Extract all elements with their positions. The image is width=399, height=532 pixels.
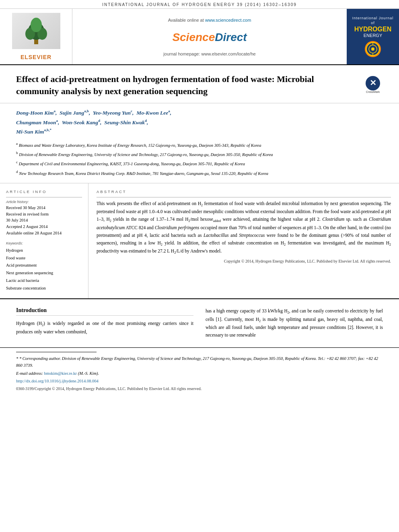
keyword-acid-pretreatment: Acid pretreatment — [6, 262, 82, 269]
journal-energy-text: ENERGY — [364, 33, 382, 38]
revised-date: Received in revised form30 July 2014 — [6, 211, 82, 224]
divider-2 — [97, 197, 391, 197]
author-sujin-jang: Sujin Jang — [60, 110, 84, 116]
affiliations: a Biomass and Waste Energy Laboratory, K… — [16, 141, 383, 177]
journal-logo-title-line1: International Journal of — [351, 16, 395, 25]
divider-1 — [6, 197, 82, 197]
affiliation-b: b Division of Renewable Energy Engineeri… — [16, 150, 383, 158]
elsevier-logo-area: ELSEVIER — [0, 9, 72, 64]
author-mi-sun-kim: Mi-Sun Kim — [16, 129, 44, 135]
affiliation-a: a Biomass and Waste Energy Laboratory, K… — [16, 141, 383, 149]
svg-text:CrossMark: CrossMark — [366, 90, 380, 93]
doi-link: http://dx.doi.org/10.1016/j.ijhydene.201… — [16, 378, 383, 385]
crossmark-svg: ✕ CrossMark — [363, 75, 383, 95]
footnote-divider — [16, 352, 97, 352]
svg-point-4 — [31, 18, 42, 32]
sciencedirect-logo: ScienceDirect — [172, 31, 247, 44]
keyword-next-gen-sequencing: Next generation sequencing — [6, 269, 82, 277]
author-dong-hoon-kim: Dong-Hoon Kim — [16, 110, 53, 116]
author-seung-shin-kwak: Seung-Shin Kwak — [104, 119, 145, 125]
introduction-section: Introduction Hydrogen (H2) is widely reg… — [0, 299, 399, 347]
email-note: E-mail address: bmskim@kier.re.kr (M.-S.… — [16, 370, 383, 377]
intro-right-col: has a high energy capacity of 33 kWh/kg … — [206, 307, 383, 339]
available-date: Available online 28 August 2014 — [6, 230, 82, 236]
journal-icon-svg — [366, 42, 380, 56]
svg-point-7 — [371, 47, 374, 51]
introduction-heading: Introduction — [16, 307, 193, 316]
journal-bar: INTERNATIONAL JOURNAL OF HYDROGEN ENERGY… — [0, 0, 399, 9]
article-info-abstract: ARTICLE INFO Article history: Received 3… — [0, 183, 399, 299]
author-chungman-moon: Chungman Moon — [16, 119, 56, 125]
journal-bar-text: INTERNATIONAL JOURNAL OF HYDROGEN ENERGY… — [102, 2, 297, 7]
accepted-date: Accepted 2 August 2014 — [6, 224, 82, 230]
elsevier-wordmark: ELSEVIER — [21, 54, 51, 60]
abstract-column: ABSTRACT This work presents the effect o… — [88, 183, 399, 298]
footnote-section: * * Corresponding author. Division of Re… — [0, 347, 399, 395]
journal-logo-area: International Journal of HYDROGEN ENERGY — [347, 9, 399, 64]
authors-section: Dong-Hoon Kima, Sujin Janga,b, Yeo-Myeon… — [0, 103, 399, 183]
elsevier-logo-graphic — [12, 13, 60, 49]
keywords-section: Keywords: Hydrogen Food waste Acid pretr… — [6, 241, 82, 292]
title-section: Effect of acid-pretreatment on hydrogen … — [0, 65, 399, 103]
abstract-copyright: Copyright © 2014, Hydrogen Energy Public… — [97, 259, 391, 263]
authors-line: Dong-Hoon Kima, Sujin Janga,b, Yeo-Myeon… — [16, 108, 383, 136]
crossmark-badge: ✕ CrossMark — [363, 75, 383, 95]
available-online-text: Available online at www.sciencedirect.co… — [168, 17, 251, 23]
keyword-substrate-concentration: Substrate concentration — [6, 285, 82, 292]
affiliation-c: c Department of Civil and Environmental … — [16, 159, 383, 167]
doi-url[interactable]: http://dx.doi.org/10.1016/j.ijhydene.201… — [16, 379, 99, 383]
keyword-hydrogen: Hydrogen — [6, 247, 82, 255]
author-yeo-myeong-yun: Yeo-Myeong Yun — [93, 110, 131, 116]
journal-logo-box: International Journal of HYDROGEN ENERGY — [351, 16, 395, 57]
intro-left-col: Introduction Hydrogen (H2) is widely reg… — [16, 307, 193, 339]
header-center: Available online at www.sciencedirect.co… — [72, 9, 347, 64]
journal-hydrogen-text: HYDROGEN — [354, 26, 391, 33]
title-content: Effect of acid-pretreatment on hydrogen … — [16, 73, 355, 97]
intro-right-text: has a high energy capacity of 33 kWh/kg … — [206, 307, 383, 339]
intro-two-col: Introduction Hydrogen (H2) is widely reg… — [16, 307, 383, 339]
article-history: Article history: Received 30 May 2014 Re… — [6, 200, 82, 236]
abstract-text: This work presents the effect of acid-pr… — [97, 200, 391, 256]
main-title: Effect of acid-pretreatment on hydrogen … — [16, 73, 355, 97]
author-won-seok-kang: Won-Seok Kang — [62, 119, 98, 125]
svg-text:✕: ✕ — [370, 78, 376, 87]
article-info-column: ARTICLE INFO Article history: Received 3… — [0, 183, 88, 298]
intro-left-text: Hydrogen (H2) is widely regarded as one … — [16, 320, 193, 336]
affiliation-d: d New Technology Research Team, Korea Di… — [16, 169, 383, 177]
received-date: Received 30 May 2014 — [6, 205, 82, 211]
corresponding-author-note: * * Corresponding author. Division of Re… — [16, 355, 383, 369]
copyright-footer: 0360-3199/Copyright © 2014, Hydrogen Ene… — [16, 386, 383, 391]
abstract-label: ABSTRACT — [97, 189, 391, 194]
header-section: ELSEVIER Available online at www.science… — [0, 9, 399, 65]
history-label: Article history: — [6, 200, 82, 204]
keywords-label: Keywords: — [6, 241, 82, 245]
journal-homepage: journal homepage: www.elsevier.com/locat… — [163, 51, 255, 56]
elsevier-tree-svg — [20, 17, 52, 45]
article-info-label: ARTICLE INFO — [6, 189, 82, 194]
email-link[interactable]: bmskim@kier.re.kr — [44, 371, 77, 376]
author-mo-kwon-lee: Mo-Kwon Lee — [136, 110, 168, 116]
keyword-food-waste: Food waste — [6, 255, 82, 262]
keyword-lactic-acid-bacteria: Lactic acid bacteria — [6, 277, 82, 285]
journal-icon — [365, 41, 381, 57]
